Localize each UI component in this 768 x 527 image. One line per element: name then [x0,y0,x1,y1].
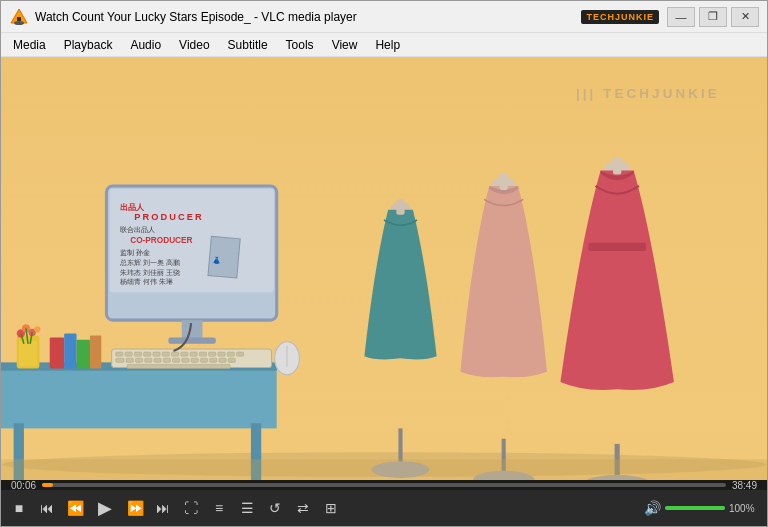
menu-media[interactable]: Media [5,36,54,54]
volume-area: 🔊 100% [644,500,761,516]
svg-rect-37 [199,352,206,356]
svg-rect-45 [145,358,152,362]
svg-rect-42 [116,358,124,362]
svg-rect-39 [218,352,225,356]
svg-rect-34 [171,352,178,356]
playlist-button[interactable]: ☰ [235,496,259,520]
video-area[interactable]: 出品人 PRODUCER 联合出品人 CO-PRODUCER 监制 孙金 总东辉… [1,57,767,480]
minimize-button[interactable]: — [667,7,695,27]
progress-fill [42,483,53,487]
svg-rect-30 [134,352,141,356]
svg-text:朱玮杰 刘佳丽 王骁: 朱玮杰 刘佳丽 王骁 [120,269,180,277]
svg-rect-52 [210,358,217,362]
forward-button[interactable]: ⏩ [123,496,147,520]
loop-button[interactable]: ↺ [263,496,287,520]
svg-point-19 [34,326,40,332]
svg-rect-26 [168,338,215,344]
svg-text:PRODUCER: PRODUCER [134,212,204,222]
svg-rect-10 [50,338,64,369]
stop-button[interactable]: ■ [7,496,31,520]
svg-rect-32 [153,352,160,356]
branding-badge: TECHJUNKIE [581,10,659,24]
next-button[interactable]: ⏭ [151,496,175,520]
svg-rect-38 [209,352,216,356]
svg-rect-12 [77,340,90,369]
menu-tools[interactable]: Tools [278,36,322,54]
svg-rect-81 [613,157,621,175]
window-controls: — ❐ ✕ [667,7,759,27]
window-title: Watch Count Your Lucky Stars Episode_ - … [35,10,581,24]
rewind-button[interactable]: ⏪ [63,496,87,520]
app-icon [9,7,29,27]
menu-help[interactable]: Help [367,36,408,54]
svg-rect-13 [90,336,101,369]
svg-text:CO-PRODUCER: CO-PRODUCER [130,236,192,245]
maximize-button[interactable]: ❐ [699,7,727,27]
fullscreen-button[interactable]: ⛶ [179,496,203,520]
svg-rect-47 [163,358,170,362]
play-button[interactable]: ▶ [91,494,119,522]
svg-text:总东辉 刘一奥 高鹏: 总东辉 刘一奥 高鹏 [119,259,180,266]
svg-rect-35 [181,352,188,356]
menu-audio[interactable]: Audio [122,36,169,54]
menu-bar: Media Playback Audio Video Subtitle Tool… [1,33,767,57]
svg-rect-41 [236,352,243,356]
svg-rect-53 [219,358,226,362]
main-window: Watch Count Your Lucky Stars Episode_ - … [0,0,768,527]
svg-rect-31 [144,352,151,356]
svg-rect-40 [227,352,234,356]
svg-rect-82 [1,459,767,480]
time-current: 00:06 [5,480,42,491]
svg-rect-48 [173,358,180,362]
svg-rect-33 [162,352,169,356]
svg-rect-50 [191,358,198,362]
svg-rect-29 [125,352,132,356]
menu-subtitle[interactable]: Subtitle [220,36,276,54]
frame-button[interactable]: ⊞ [319,496,343,520]
svg-rect-49 [182,358,189,362]
svg-rect-80 [588,243,646,251]
svg-text:杨细青 何伟 朱琳: 杨细青 何伟 朱琳 [119,278,173,285]
svg-text:出品人: 出品人 [120,203,145,212]
menu-video[interactable]: Video [171,36,217,54]
close-button[interactable]: ✕ [731,7,759,27]
svg-rect-72 [396,199,404,214]
menu-playback[interactable]: Playback [56,36,121,54]
svg-text:||| TECHJUNKIE: ||| TECHJUNKIE [576,86,720,101]
controls-row: ■ ⏮ ⏪ ▶ ⏩ ⏭ ⛶ ≡ ☰ ↺ ⇄ ⊞ 🔊 100% [1,490,767,526]
extended-button[interactable]: ≡ [207,496,231,520]
progress-bar-container: 00:06 38:49 [1,480,767,490]
svg-rect-36 [190,352,197,356]
volume-bar[interactable] [665,506,725,510]
progress-track[interactable] [42,483,726,487]
shuffle-button[interactable]: ⇄ [291,496,315,520]
title-bar: Watch Count Your Lucky Stars Episode_ - … [1,1,767,33]
svg-rect-43 [126,358,133,362]
video-scene: 出品人 PRODUCER 联合出品人 CO-PRODUCER 监制 孙金 总东辉… [1,57,767,480]
svg-text:联合出品人: 联合出品人 [120,225,155,234]
svg-rect-15 [19,341,38,367]
svg-rect-6 [1,367,277,429]
volume-icon: 🔊 [644,500,661,516]
svg-point-1 [14,21,24,25]
svg-rect-11 [64,333,76,368]
svg-rect-76 [500,174,508,191]
controls-area: 00:06 38:49 ■ ⏮ ⏪ ▶ ⏩ ⏭ ⛶ ≡ ☰ ↺ ⇄ ⊞ 🔊 [1,480,767,526]
svg-rect-28 [116,352,123,356]
svg-rect-44 [135,358,142,362]
prev-button[interactable]: ⏮ [35,496,59,520]
svg-rect-46 [154,358,161,362]
svg-text:监制 孙金: 监制 孙金 [120,248,150,257]
menu-view[interactable]: View [324,36,366,54]
volume-label: 100% [729,503,761,514]
svg-rect-55 [127,364,230,368]
volume-fill [665,506,725,510]
svg-rect-51 [200,358,207,362]
time-total: 38:49 [726,480,763,491]
svg-rect-2 [17,17,21,21]
svg-rect-54 [228,358,235,362]
